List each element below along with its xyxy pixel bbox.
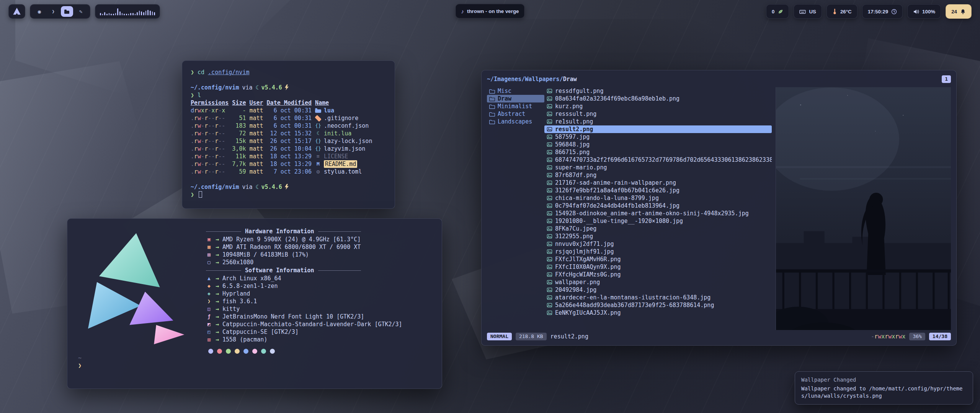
file-item[interactable]: FXfcHgcWIAMzs0G.png	[544, 271, 772, 278]
spec-value: 10948MiB / 64183MiB (17%)	[222, 251, 309, 259]
arch-logo-icon	[12, 7, 21, 16]
file-item[interactable]: 08a634fa02a32364f69ebc86a98eb1eb.png	[544, 95, 772, 102]
spec-icon	[206, 336, 212, 343]
preview-image	[776, 87, 951, 330]
folder-item[interactable]: Minimalist	[487, 102, 544, 110]
folder-item[interactable]: Draw	[487, 95, 544, 102]
file-item[interactable]: 866715.png	[544, 148, 772, 156]
file-date: 18 oct 13:29	[267, 160, 312, 168]
fetch-info-row: AMD ATI Radeon RX 6800/6800 XT / 6900 XT	[206, 243, 433, 251]
file-item[interactable]: EeNKYgIUcAAJ5JX.png	[544, 309, 772, 317]
folder-item[interactable]: Misc	[487, 87, 544, 95]
file-item[interactable]: 68747470733a2f2f696d616765732d7769786d70…	[544, 156, 772, 164]
file-item[interactable]: 596848.jpg	[544, 141, 772, 148]
arrow-icon	[216, 275, 219, 282]
volume-module[interactable]: 100%	[907, 4, 941, 19]
file-item[interactable]: 8FKa7Cu.jpeg	[544, 225, 772, 233]
file-size: 7,7k	[232, 160, 246, 168]
file-size-badge: 218.8 KB	[516, 333, 547, 340]
bell-icon	[960, 9, 966, 15]
lua-icon	[256, 184, 259, 190]
file-name: 3126f7e9bbf21a8a4af0b67b041c6e26.jpg	[555, 187, 679, 194]
workspace-button[interactable]	[75, 6, 87, 17]
notifications-count: 24	[951, 9, 957, 15]
terminal-window[interactable]: ❯cd.config/nvim ~/.config/nvimviav5.4.6 …	[182, 60, 395, 209]
fetch-info-row: JetBrainsMono Nerd Font Light 10 [GTK2/3…	[206, 313, 433, 320]
spec-icon	[206, 313, 212, 320]
file-manager-header: ~/Imagenes/Wallpapers/Draw 1	[487, 74, 951, 84]
file-item[interactable]: 19201080-__blue-tinge__-1920×1080.jpg	[544, 217, 772, 225]
arrow-icon	[216, 328, 219, 336]
temperature-module[interactable]: 26°C	[826, 4, 858, 19]
file-name-cell: LICENSE	[315, 153, 386, 160]
file-item[interactable]: FXfcJlTXgAMvH6R.png	[544, 255, 772, 263]
file-item[interactable]: rsjqojlmjhf91.jpg	[544, 248, 772, 255]
file-permissions: .rw-r--r--	[191, 114, 229, 122]
workspace-button[interactable]	[47, 6, 59, 17]
file-item[interactable]: 587597.jpg	[544, 133, 772, 141]
file-manager-window[interactable]: ~/Imagenes/Wallpapers/Draw 1 Misc Draw	[481, 70, 957, 346]
fetch-info-row: Catppuccin-SE [GTK2/3]	[206, 328, 433, 336]
file-item[interactable]: 154928-odinokoe_anime-art-anime-okno-sin…	[544, 210, 772, 217]
listing-header-row: Permissions Size User Date Modified Name	[191, 99, 386, 107]
palette-dot	[270, 349, 275, 354]
image-file-icon	[547, 272, 552, 277]
file-name-cell: .gitignore	[315, 114, 386, 122]
file-item[interactable]: 3126f7e9bbf21a8a4af0b67b041c6e26.jpg	[544, 187, 772, 194]
column-header: Date Modified	[267, 99, 312, 107]
spec-value: Hyprland	[222, 290, 250, 298]
column-header: Permissions	[191, 99, 229, 107]
file-item[interactable]: 0c794faf07de24a4db4d4fb1eb813964.jpg	[544, 202, 772, 210]
fetch-info-row: AMD Ryzen 9 5900X (24) @ 4.9GHz [61.3°C]	[206, 236, 433, 243]
media-module[interactable]: thrown - on the verge	[455, 4, 524, 18]
file-item[interactable]: 87r687df.png	[544, 171, 772, 179]
file-item[interactable]: 5a266e448add93deab367d87173e9f25-6837886…	[544, 301, 772, 309]
temperature-label: 26°C	[840, 9, 852, 15]
file-item[interactable]: wallpaper.png	[544, 278, 772, 286]
media-title: thrown - on the verge	[467, 8, 519, 14]
file-item[interactable]: FXfcII0X0AQyn9X.png	[544, 263, 772, 271]
file-owner: matt	[249, 145, 263, 153]
file-item[interactable]: 217167-sad-anime-rain-wallpaper.png	[544, 179, 772, 187]
divider	[318, 270, 361, 271]
terminal-input-line[interactable]: ❯	[191, 191, 386, 198]
updates-module[interactable]: 0	[766, 4, 789, 19]
terminal-input-line[interactable]: ❯	[78, 362, 433, 369]
keyboard-layout-module[interactable]: US	[794, 4, 822, 19]
workspace-button[interactable]	[33, 6, 46, 17]
file-permissions: .rw-r--r--	[191, 145, 229, 153]
file-item[interactable]: super-mario.png	[544, 164, 772, 171]
launcher-button[interactable]	[8, 4, 25, 19]
image-file-icon	[547, 249, 552, 254]
topbar-right: 0 US 26°C 17:50:29	[766, 4, 972, 19]
fetch-window[interactable]: Hardware Information AMD Ryzen 9 5900X (…	[67, 218, 442, 389]
file-item[interactable]: 3122955.png	[544, 233, 772, 240]
folder-item[interactable]: Abstract	[487, 110, 544, 118]
notifications-module[interactable]: 24	[946, 4, 972, 19]
path-prefix: ~/Imagenes/Wallpapers/	[487, 76, 563, 83]
file-owner: matt	[249, 114, 263, 122]
file-item[interactable]: resssult.png	[544, 110, 772, 118]
file-item[interactable]: atardecer-en-la-montanas-ilustracion-634…	[544, 294, 772, 301]
file-item[interactable]: result2.png	[544, 125, 772, 133]
file-item[interactable]: re1sult.png	[544, 118, 772, 125]
lua-version: v5.4.6	[261, 84, 282, 91]
file-owner: matt	[249, 153, 263, 160]
text-cursor	[199, 191, 202, 198]
file-item[interactable]: ressdfgult.png	[544, 87, 772, 95]
workspace-button[interactable]	[61, 6, 73, 17]
clock-module[interactable]: 17:50:29	[862, 4, 903, 19]
folder-item[interactable]: Landscapes	[487, 118, 544, 125]
file-owner: matt	[249, 168, 263, 176]
notification-toast[interactable]: Wallpaper Changed Wallpaper changed to /…	[795, 371, 973, 405]
file-item[interactable]: chica-mirando-la-luna-8799.jpg	[544, 194, 772, 202]
file-item[interactable]: kurz.png	[544, 102, 772, 110]
file-item[interactable]: 20492984.jpg	[544, 286, 772, 294]
spec-value: 1558 (pacman)	[222, 336, 267, 343]
file-type-icon	[315, 168, 321, 176]
file-name-cell: .neoconf.json	[315, 122, 386, 130]
file-item[interactable]: nnvuv0xj2df71.jpg	[544, 240, 772, 248]
workspaces	[30, 4, 90, 19]
keyboard-icon	[799, 9, 806, 15]
image-file-icon	[547, 310, 552, 315]
